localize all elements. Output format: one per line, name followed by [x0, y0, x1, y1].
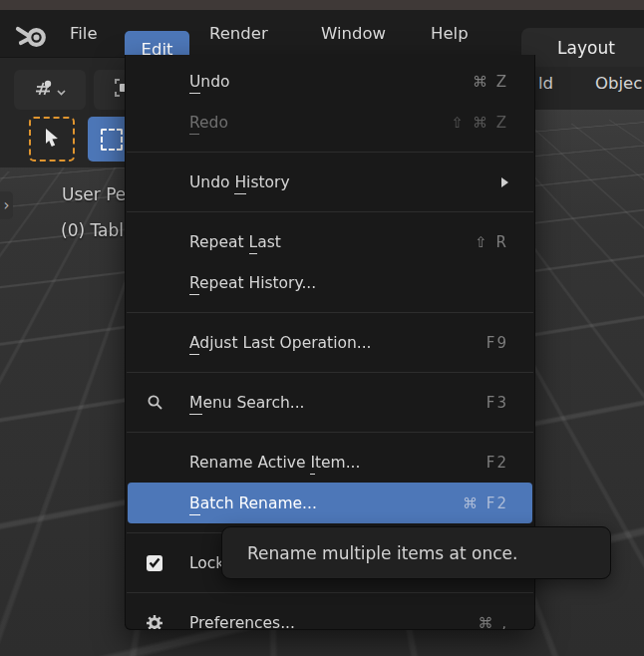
menu-item-menu-search[interactable]: Menu Search...F3	[128, 382, 532, 423]
snap-grid-icon	[34, 80, 53, 101]
cursor-select-icon	[43, 128, 61, 152]
menu-item-shortcut: ⇧ ⌘ Z	[452, 114, 508, 132]
menu-item-redo[interactable]: Redo⇧ ⌘ Z	[128, 102, 532, 143]
menu-item-shortcut: ⌘ ,	[478, 614, 508, 631]
workspace-tab-layout[interactable]: Layout	[521, 28, 644, 67]
menu-render[interactable]: Render	[209, 10, 268, 57]
menu-item-label: Undo	[189, 73, 230, 91]
icon-slot-empty	[144, 494, 165, 512]
menu-item-label: Menu Search...	[189, 394, 305, 412]
menu-item-shortcut: ⌘ Z	[473, 73, 508, 91]
menu-window[interactable]: Window	[321, 10, 386, 57]
icon-slot-empty	[144, 274, 165, 292]
window-title-strip	[0, 0, 644, 10]
tooltip: Rename multiple items at once.	[221, 526, 611, 579]
tool-tweak-select-active[interactable]	[29, 117, 75, 162]
menu-separator	[127, 312, 533, 313]
blender-logo-icon[interactable]	[14, 19, 50, 51]
checkbox-checked-icon	[144, 554, 165, 572]
menu-item-shortcut: ⌘ F2	[463, 494, 508, 512]
topbar: File Edit Render Window Help Layout	[0, 10, 644, 57]
menu-item-label: Preferences...	[189, 614, 295, 631]
search-icon	[144, 394, 165, 412]
icon-slot-empty	[144, 73, 165, 91]
box-select-icon	[101, 129, 123, 151]
checkbox-checked-icon	[147, 555, 162, 571]
gear-icon	[144, 614, 165, 631]
menu-item-rename-active-item[interactable]: Rename Active Item...F2	[128, 442, 532, 483]
menu-item-undo-history[interactable]: Undo History	[128, 162, 532, 202]
menu-item-label: Rename Active Item...	[189, 454, 360, 472]
menu-file[interactable]: File	[70, 10, 98, 57]
icon-slot-empty	[144, 334, 165, 352]
menu-separator	[127, 592, 533, 593]
tooltip-text: Rename multiple items at once.	[247, 543, 518, 563]
menu-item-label: Undo History	[189, 173, 290, 191]
icon-slot-empty	[144, 233, 165, 251]
menu-help[interactable]: Help	[431, 10, 469, 57]
menu-item-label: Adjust Last Operation...	[189, 334, 372, 352]
menu-item-shortcut: ⇧ R	[475, 233, 508, 251]
menu-separator	[127, 211, 533, 212]
blender-window: File Edit Render Window Help Layout	[0, 0, 644, 656]
icon-slot-empty	[144, 454, 165, 472]
icon-slot-empty	[144, 173, 165, 191]
menu-separator	[127, 372, 533, 373]
submenu-arrow-icon	[501, 177, 508, 187]
snap-dropdown-button[interactable]	[14, 70, 86, 110]
menu-item-repeat-history[interactable]: Repeat History...	[128, 262, 532, 303]
menu-item-shortcut: F3	[486, 394, 508, 412]
menu-item-repeat-last[interactable]: Repeat Last⇧ R	[128, 221, 532, 262]
menu-item-adjust-last-operation[interactable]: Adjust Last Operation...F9	[128, 322, 532, 363]
menu-separator	[127, 432, 533, 433]
menu-item-label: Repeat History...	[189, 274, 316, 292]
sidebar-toggle-arrow[interactable]: ›	[0, 191, 13, 219]
menu-separator	[127, 152, 533, 153]
chevron-down-icon	[57, 81, 66, 100]
menu-item-label: Repeat Last	[189, 233, 281, 251]
icon-slot-empty	[144, 114, 165, 132]
menu-item-label: Batch Rename...	[189, 494, 317, 512]
menu-item-preferences[interactable]: Preferences...⌘ ,	[128, 602, 532, 630]
menu-item-batch-rename[interactable]: Batch Rename...⌘ F2	[128, 483, 532, 523]
menu-item-label: Redo	[189, 114, 228, 132]
menu-item-shortcut: F2	[486, 454, 508, 472]
menu-item-shortcut: F9	[486, 334, 508, 352]
menu-item-undo[interactable]: Undo⌘ Z	[128, 61, 532, 102]
